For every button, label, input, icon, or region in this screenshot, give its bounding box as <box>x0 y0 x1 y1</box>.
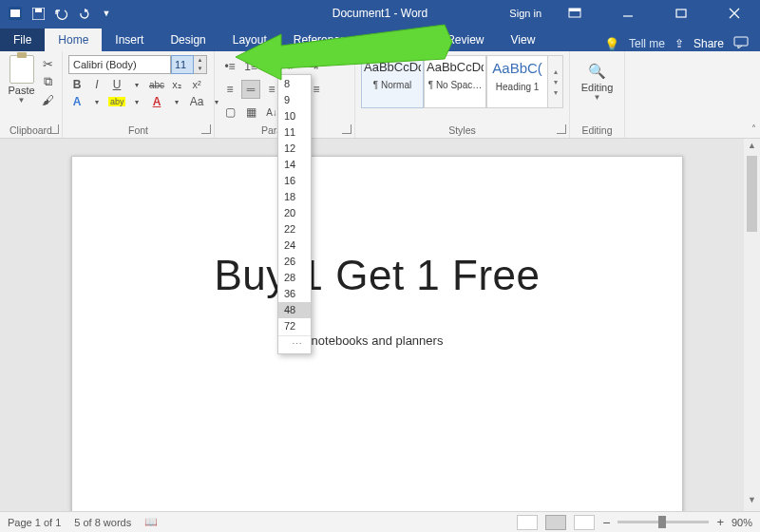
font-size-option[interactable]: 20 <box>278 205 311 221</box>
font-size-option[interactable]: 26 <box>278 254 311 270</box>
share-icon[interactable]: ⇪ <box>674 37 684 50</box>
spell-check-icon[interactable]: 📖 <box>144 516 158 528</box>
font-size-option[interactable]: 10 <box>278 108 311 124</box>
save-icon[interactable] <box>30 6 46 21</box>
bold-button[interactable]: B <box>68 78 86 91</box>
styles-launcher-icon[interactable] <box>557 124 566 134</box>
zoom-slider[interactable] <box>618 521 709 523</box>
qat-customize-icon[interactable]: ▼ <box>99 6 114 21</box>
styles-group-label: Styles <box>355 124 569 136</box>
redo-icon[interactable] <box>76 6 91 21</box>
style-no-spacing[interactable]: AaBbCcDd ¶ No Spac… <box>424 55 486 108</box>
font-size-option[interactable]: 9 <box>278 92 311 108</box>
font-size-more[interactable]: ⋯ <box>278 335 311 352</box>
increase-indent-button[interactable]: ⇥ <box>304 57 323 76</box>
borders-button[interactable]: ▦ <box>241 103 260 122</box>
close-button[interactable] <box>714 0 754 27</box>
undo-icon[interactable] <box>53 6 68 21</box>
highlight-button[interactable]: aby <box>108 97 125 106</box>
font-size-option[interactable]: 72 <box>278 318 311 334</box>
editing-button[interactable]: 🔍 Editing ▼ <box>576 55 618 102</box>
copy-icon[interactable]: ⧉ <box>39 73 56 90</box>
clipboard-launcher-icon[interactable] <box>49 124 59 134</box>
web-layout-button[interactable] <box>574 515 595 530</box>
tab-references[interactable]: References <box>280 28 365 51</box>
tab-insert[interactable]: Insert <box>102 28 157 51</box>
tab-design[interactable]: Design <box>157 28 218 51</box>
scroll-thumb[interactable] <box>747 156 757 232</box>
document-heading[interactable]: Buy 1 Get 1 Free <box>72 252 682 299</box>
superscript-button[interactable]: x² <box>188 79 205 90</box>
font-size-input[interactable] <box>171 55 194 74</box>
font-size-dropdown[interactable]: 891011121416182022242628364872⋯ <box>277 74 312 354</box>
document-subtext[interactable]: notebooks and planners <box>72 333 682 348</box>
style-normal[interactable]: AaBbCcDd ¶ Normal <box>361 55 424 108</box>
group-clipboard: Paste ▼ ✂ ⧉ 🖌 Clipboard <box>0 51 63 138</box>
bullets-button[interactable]: •≡ <box>220 57 239 76</box>
font-size-option[interactable]: 8 <box>278 76 311 92</box>
style-heading1[interactable]: AaBbC( Heading 1 <box>486 55 548 108</box>
zoom-level[interactable]: 90% <box>732 517 752 528</box>
styles-more-button[interactable]: ▴▾▾ <box>548 55 563 108</box>
font-size-option[interactable]: 14 <box>278 157 311 173</box>
align-center-button[interactable]: ═ <box>241 80 260 99</box>
page-count[interactable]: Page 1 of 1 <box>8 517 61 528</box>
subscript-button[interactable]: x₂ <box>168 79 185 91</box>
font-size-option[interactable]: 11 <box>278 124 311 141</box>
shading-button[interactable]: ▢ <box>220 103 239 122</box>
tab-review[interactable]: Review <box>433 28 497 51</box>
zoom-out-button[interactable]: − <box>602 515 610 530</box>
multilevel-button[interactable]: ≣ <box>262 57 281 76</box>
sign-in-link[interactable]: Sign in <box>509 8 542 19</box>
font-size-option[interactable]: 28 <box>278 270 311 286</box>
tab-home[interactable]: Home <box>45 28 102 51</box>
font-size-option[interactable]: 24 <box>278 238 311 254</box>
scroll-up-icon[interactable]: ▲ <box>747 141 757 155</box>
comments-icon[interactable] <box>733 36 749 51</box>
font-name-input[interactable] <box>68 55 171 74</box>
tab-mailings[interactable]: Mailings <box>365 28 433 51</box>
document-area: Buy 1 Get 1 Free notebooks and planners … <box>0 139 760 511</box>
page[interactable]: Buy 1 Get 1 Free notebooks and planners <box>71 156 683 511</box>
zoom-in-button[interactable]: + <box>716 515 724 529</box>
paste-button[interactable]: Paste ▼ <box>6 55 37 108</box>
svg-rect-10 <box>734 37 748 46</box>
maximize-button[interactable] <box>661 0 701 27</box>
paragraph-launcher-icon[interactable] <box>342 124 352 134</box>
font-size-option[interactable]: 22 <box>278 221 311 238</box>
ribbon-display-options-icon[interactable] <box>555 0 595 27</box>
change-case-button[interactable]: Aa <box>188 95 205 108</box>
read-mode-button[interactable] <box>517 515 538 530</box>
underline-button[interactable]: U <box>108 78 125 91</box>
font-size-option[interactable]: 16 <box>278 173 311 189</box>
find-icon: 🔍 <box>576 63 618 80</box>
font-color-button[interactable]: A <box>148 95 165 108</box>
font-size-dropdown-button[interactable]: ▲▼ <box>194 55 207 74</box>
text-effects-button[interactable]: A <box>68 95 86 108</box>
tab-layout[interactable]: Layout <box>219 28 280 51</box>
scroll-down-icon[interactable]: ▼ <box>747 495 757 509</box>
print-layout-button[interactable] <box>545 515 566 530</box>
share-button[interactable]: Share <box>694 37 724 50</box>
font-size-option[interactable]: 12 <box>278 141 311 157</box>
editing-group-label: Editing <box>570 124 624 136</box>
cut-icon[interactable]: ✂ <box>39 55 56 72</box>
italic-button[interactable]: I <box>88 78 105 91</box>
font-launcher-icon[interactable] <box>201 124 211 134</box>
font-size-option[interactable]: 18 <box>278 189 311 205</box>
font-size-option[interactable]: 36 <box>278 286 311 302</box>
format-painter-icon[interactable]: 🖌 <box>39 91 56 108</box>
tab-view[interactable]: View <box>498 28 549 51</box>
tell-me[interactable]: Tell me <box>629 37 665 50</box>
tab-file[interactable]: File <box>0 28 45 51</box>
numbering-button[interactable]: 1≡ <box>241 57 260 76</box>
vertical-scrollbar[interactable]: ▲ ▼ <box>744 139 760 511</box>
minimize-button[interactable] <box>608 0 648 27</box>
decrease-indent-button[interactable]: ⇤ <box>283 57 302 76</box>
word-count[interactable]: 5 of 8 words <box>74 517 131 528</box>
align-left-button[interactable]: ≡ <box>220 80 239 99</box>
ribbon-tabs: File Home Insert Design Layout Reference… <box>0 27 760 51</box>
collapse-ribbon-icon[interactable]: ˄ <box>751 124 756 134</box>
strikethrough-button[interactable]: abc <box>148 80 165 90</box>
font-size-option[interactable]: 48 <box>278 302 311 318</box>
